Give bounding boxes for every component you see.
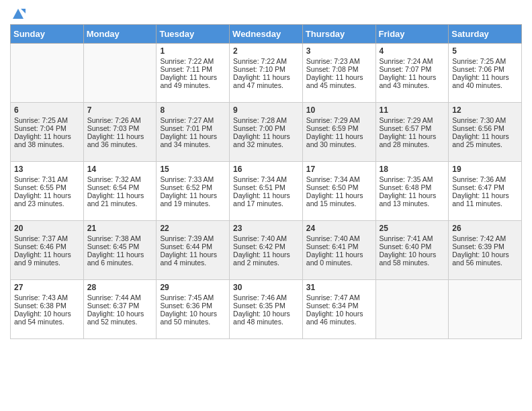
calendar-cell: 31Sunrise: 7:47 AMSunset: 6:34 PMDayligh… xyxy=(302,280,375,339)
sunrise-text: Sunrise: 7:42 AM xyxy=(452,234,518,242)
calendar-cell: 10Sunrise: 7:29 AMSunset: 6:59 PMDayligh… xyxy=(302,103,375,162)
calendar-cell xyxy=(83,44,157,103)
daylight-text: Daylight: 11 hours and 43 minutes. xyxy=(380,73,445,89)
daylight-text: Daylight: 11 hours and 21 minutes. xyxy=(87,191,153,208)
day-number: 8 xyxy=(160,105,226,115)
daylight-text: Daylight: 11 hours and 38 minutes. xyxy=(14,132,80,148)
daylight-text: Daylight: 11 hours and 40 minutes. xyxy=(452,73,518,89)
calendar-cell: 1Sunrise: 7:22 AMSunset: 7:11 PMDaylight… xyxy=(157,44,230,103)
calendar-cell: 17Sunrise: 7:34 AMSunset: 6:50 PMDayligh… xyxy=(302,162,375,221)
sunrise-text: Sunrise: 7:22 AM xyxy=(233,57,299,65)
calendar-table: SundayMondayTuesdayWednesdayThursdayFrid… xyxy=(10,24,522,339)
sunrise-text: Sunrise: 7:36 AM xyxy=(452,175,518,183)
sunset-text: Sunset: 6:47 PM xyxy=(452,183,518,191)
sunrise-text: Sunrise: 7:22 AM xyxy=(160,57,226,65)
daylight-text: Daylight: 11 hours and 15 minutes. xyxy=(306,191,372,208)
daylight-text: Daylight: 11 hours and 28 minutes. xyxy=(380,132,445,148)
calendar-cell: 4Sunrise: 7:24 AMSunset: 7:07 PMDaylight… xyxy=(375,44,449,103)
day-number: 13 xyxy=(14,165,80,174)
calendar-cell: 2Sunrise: 7:22 AMSunset: 7:10 PMDaylight… xyxy=(230,44,303,103)
daylight-text: Daylight: 10 hours and 58 minutes. xyxy=(380,250,445,267)
calendar-cell: 12Sunrise: 7:30 AMSunset: 6:56 PMDayligh… xyxy=(449,103,522,162)
logo xyxy=(10,7,26,19)
daylight-text: Daylight: 11 hours and 9 minutes. xyxy=(14,250,80,267)
sunrise-text: Sunrise: 7:31 AM xyxy=(14,175,80,183)
daylight-text: Daylight: 11 hours and 2 minutes. xyxy=(233,250,299,267)
calendar-cell: 22Sunrise: 7:39 AMSunset: 6:44 PMDayligh… xyxy=(157,221,230,280)
sunrise-text: Sunrise: 7:34 AM xyxy=(233,175,299,183)
daylight-text: Daylight: 11 hours and 13 minutes. xyxy=(380,191,445,208)
calendar-cell: 21Sunrise: 7:38 AMSunset: 6:45 PMDayligh… xyxy=(83,221,157,280)
day-number: 1 xyxy=(160,46,226,56)
sunset-text: Sunset: 7:08 PM xyxy=(306,65,372,73)
day-header-thursday: Thursday xyxy=(302,25,375,44)
calendar-cell: 28Sunrise: 7:44 AMSunset: 6:37 PMDayligh… xyxy=(83,280,157,339)
calendar-cell: 25Sunrise: 7:41 AMSunset: 6:40 PMDayligh… xyxy=(375,221,449,280)
calendar-cell: 30Sunrise: 7:46 AMSunset: 6:35 PMDayligh… xyxy=(230,280,303,339)
sunset-text: Sunset: 7:00 PM xyxy=(233,124,299,132)
day-number: 30 xyxy=(233,283,299,292)
sunrise-text: Sunrise: 7:28 AM xyxy=(233,116,299,124)
sunrise-text: Sunrise: 7:39 AM xyxy=(160,234,226,242)
calendar-cell: 5Sunrise: 7:25 AMSunset: 7:06 PMDaylight… xyxy=(449,44,522,103)
day-header-monday: Monday xyxy=(83,25,157,44)
day-header-sunday: Sunday xyxy=(11,25,84,44)
calendar-cell: 11Sunrise: 7:29 AMSunset: 6:57 PMDayligh… xyxy=(375,103,449,162)
sunset-text: Sunset: 7:07 PM xyxy=(380,65,445,73)
sunset-text: Sunset: 6:35 PM xyxy=(233,302,299,310)
sunset-text: Sunset: 6:57 PM xyxy=(380,124,445,132)
calendar-cell xyxy=(375,280,449,339)
day-number: 26 xyxy=(452,224,518,233)
daylight-text: Daylight: 11 hours and 6 minutes. xyxy=(87,250,153,267)
sunset-text: Sunset: 6:46 PM xyxy=(14,242,80,250)
daylight-text: Daylight: 11 hours and 49 minutes. xyxy=(160,73,226,89)
calendar-cell xyxy=(11,44,84,103)
sunset-text: Sunset: 6:38 PM xyxy=(14,302,80,310)
calendar-week-row: 6Sunrise: 7:25 AMSunset: 7:04 PMDaylight… xyxy=(11,103,522,162)
day-number: 24 xyxy=(306,224,372,233)
calendar-cell: 8Sunrise: 7:27 AMSunset: 7:01 PMDaylight… xyxy=(157,103,230,162)
sunset-text: Sunset: 6:50 PM xyxy=(306,183,372,191)
sunset-text: Sunset: 6:48 PM xyxy=(380,183,445,191)
sunset-text: Sunset: 6:41 PM xyxy=(306,242,372,250)
svg-marker-1 xyxy=(21,9,26,13)
day-number: 10 xyxy=(306,105,372,115)
calendar-week-row: 1Sunrise: 7:22 AMSunset: 7:11 PMDaylight… xyxy=(11,44,522,103)
sunset-text: Sunset: 7:11 PM xyxy=(160,65,226,73)
sunrise-text: Sunrise: 7:24 AM xyxy=(380,57,445,65)
sunset-text: Sunset: 6:40 PM xyxy=(380,242,445,250)
sunset-text: Sunset: 6:36 PM xyxy=(160,302,226,310)
calendar-cell: 24Sunrise: 7:40 AMSunset: 6:41 PMDayligh… xyxy=(302,221,375,280)
sunset-text: Sunset: 6:59 PM xyxy=(306,124,372,132)
day-number: 15 xyxy=(160,165,226,174)
day-number: 20 xyxy=(14,224,80,233)
day-number: 12 xyxy=(452,105,518,115)
calendar-cell: 7Sunrise: 7:26 AMSunset: 7:03 PMDaylight… xyxy=(83,103,157,162)
daylight-text: Daylight: 11 hours and 32 minutes. xyxy=(233,132,299,148)
day-header-wednesday: Wednesday xyxy=(230,25,303,44)
sunrise-text: Sunrise: 7:40 AM xyxy=(233,234,299,242)
sunrise-text: Sunrise: 7:37 AM xyxy=(14,234,80,242)
day-number: 14 xyxy=(87,165,153,174)
sunset-text: Sunset: 6:34 PM xyxy=(306,302,372,310)
sunrise-text: Sunrise: 7:29 AM xyxy=(306,116,372,124)
sunrise-text: Sunrise: 7:41 AM xyxy=(380,234,445,242)
day-number: 9 xyxy=(233,105,299,115)
sunrise-text: Sunrise: 7:26 AM xyxy=(87,116,153,124)
day-number: 31 xyxy=(306,283,372,292)
sunrise-text: Sunrise: 7:35 AM xyxy=(380,175,445,183)
daylight-text: Daylight: 11 hours and 45 minutes. xyxy=(306,73,372,89)
calendar-cell: 13Sunrise: 7:31 AMSunset: 6:55 PMDayligh… xyxy=(11,162,84,221)
calendar-cell: 3Sunrise: 7:23 AMSunset: 7:08 PMDaylight… xyxy=(302,44,375,103)
sunset-text: Sunset: 6:37 PM xyxy=(87,302,153,310)
sunset-text: Sunset: 7:01 PM xyxy=(160,124,226,132)
sunset-text: Sunset: 6:42 PM xyxy=(233,242,299,250)
daylight-text: Daylight: 11 hours and 30 minutes. xyxy=(306,132,372,148)
day-number: 3 xyxy=(306,46,372,56)
sunrise-text: Sunrise: 7:27 AM xyxy=(160,116,226,124)
day-number: 21 xyxy=(87,224,153,233)
daylight-text: Daylight: 11 hours and 4 minutes. xyxy=(160,250,226,267)
calendar-cell: 23Sunrise: 7:40 AMSunset: 6:42 PMDayligh… xyxy=(230,221,303,280)
day-number: 16 xyxy=(233,165,299,174)
daylight-text: Daylight: 11 hours and 23 minutes. xyxy=(14,191,80,208)
